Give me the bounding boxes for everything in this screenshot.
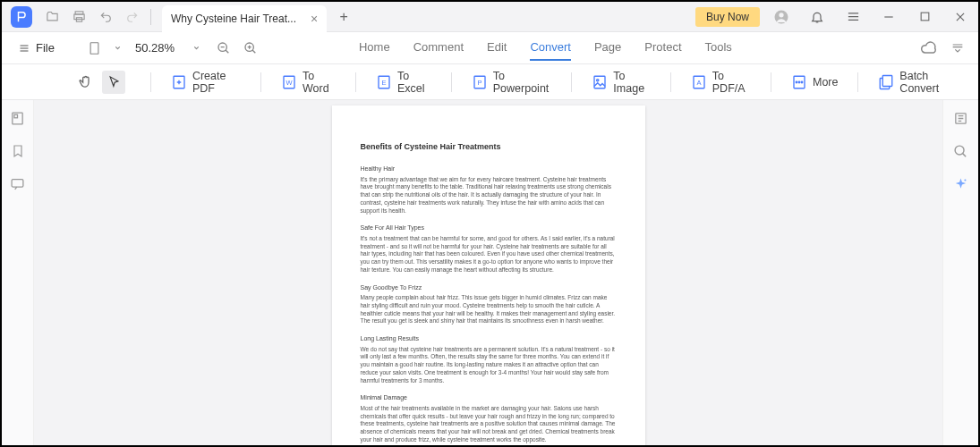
svg-point-4 bbox=[779, 13, 783, 17]
redo-icon[interactable] bbox=[120, 4, 145, 30]
menu-edit[interactable]: Edit bbox=[487, 35, 507, 61]
cloud-icon[interactable] bbox=[919, 38, 939, 58]
close-window-icon[interactable] bbox=[946, 4, 975, 30]
thumbnails-icon[interactable] bbox=[10, 111, 25, 126]
to-powerpoint-button[interactable]: PTo Powerpoint bbox=[463, 66, 561, 98]
search-icon[interactable] bbox=[953, 144, 968, 159]
document-title: Benefits of Cysteine Hair Treatments bbox=[361, 141, 617, 152]
svg-rect-1 bbox=[73, 14, 83, 20]
svg-point-17 bbox=[597, 79, 599, 80]
bookmarks-icon[interactable] bbox=[11, 144, 25, 158]
batch-convert-button[interactable]: Batch Convert bbox=[869, 66, 967, 98]
to-word-button[interactable]: WTo Word bbox=[272, 66, 345, 98]
more-button[interactable]: More bbox=[782, 71, 847, 94]
svg-rect-28 bbox=[12, 180, 23, 188]
section-heading: Long Lasting Results bbox=[361, 334, 617, 342]
properties-icon[interactable] bbox=[953, 111, 968, 126]
section-body: Most of the hair treatments available in… bbox=[361, 405, 617, 444]
print-icon[interactable] bbox=[66, 4, 91, 30]
document-tab[interactable]: Why Cysteine Hair Treat... × bbox=[162, 5, 327, 32]
maximize-icon[interactable] bbox=[910, 4, 939, 30]
svg-point-23 bbox=[801, 81, 803, 83]
hand-tool-icon[interactable] bbox=[73, 71, 97, 94]
new-tab-button[interactable]: + bbox=[332, 5, 355, 29]
menu-page[interactable]: Page bbox=[594, 35, 621, 61]
section-heading: Say Goodbye To Frizz bbox=[361, 283, 617, 291]
section-body: We do not say that cysteine hair treatme… bbox=[361, 346, 617, 385]
section-body: It's not a treatment that can be harmful… bbox=[361, 235, 617, 274]
file-label: File bbox=[36, 41, 55, 55]
create-pdf-button[interactable]: Create PDF bbox=[162, 66, 250, 98]
buy-now-button[interactable]: Buy Now bbox=[695, 7, 760, 27]
document-page: Benefits of Cysteine Hair Treatments Hea… bbox=[332, 105, 645, 445]
account-icon[interactable] bbox=[767, 4, 796, 30]
svg-rect-25 bbox=[883, 75, 893, 86]
document-canvas[interactable]: Benefits of Cysteine Hair Treatments Hea… bbox=[34, 100, 942, 445]
svg-point-22 bbox=[798, 81, 800, 83]
menu-tools[interactable]: Tools bbox=[705, 35, 732, 61]
file-menu-button[interactable]: File bbox=[13, 38, 60, 58]
zoom-value[interactable]: 50.28% bbox=[135, 41, 182, 55]
menu-protect[interactable]: Protect bbox=[644, 35, 681, 61]
undo-icon[interactable] bbox=[93, 4, 118, 30]
page-display-chevron-icon[interactable] bbox=[108, 38, 128, 58]
to-excel-button[interactable]: ETo Excel bbox=[367, 66, 440, 98]
zoom-in-icon[interactable] bbox=[241, 38, 260, 58]
open-file-icon[interactable] bbox=[39, 4, 64, 30]
svg-point-31 bbox=[964, 179, 966, 181]
svg-text:P: P bbox=[477, 79, 481, 87]
svg-text:E: E bbox=[381, 79, 386, 87]
svg-point-30 bbox=[955, 146, 964, 155]
svg-text:A: A bbox=[696, 79, 701, 87]
svg-text:W: W bbox=[285, 79, 293, 87]
hamburger-menu-icon[interactable] bbox=[839, 4, 867, 30]
page-display-icon[interactable] bbox=[85, 38, 105, 58]
section-heading: Minimal Damage bbox=[361, 393, 617, 401]
comments-panel-icon[interactable] bbox=[10, 176, 25, 191]
to-image-button[interactable]: To Image bbox=[583, 66, 660, 98]
select-tool-icon[interactable] bbox=[102, 71, 125, 94]
section-heading: Safe For All Hair Types bbox=[361, 224, 617, 232]
svg-point-21 bbox=[796, 81, 797, 83]
svg-rect-6 bbox=[91, 42, 99, 54]
panel-toggle-icon[interactable] bbox=[948, 38, 967, 58]
tab-title: Why Cysteine Hair Treat... bbox=[171, 13, 296, 25]
close-tab-icon[interactable]: × bbox=[311, 12, 318, 26]
to-pdfa-button[interactable]: ATo PDF/A bbox=[682, 66, 760, 98]
section-heading: Healthy Hair bbox=[361, 164, 617, 173]
menu-convert[interactable]: Convert bbox=[530, 35, 571, 61]
menu-home[interactable]: Home bbox=[359, 35, 390, 61]
zoom-out-icon[interactable] bbox=[214, 38, 234, 58]
section-body: It's the primary advantage that we aim f… bbox=[361, 176, 617, 215]
app-logo[interactable] bbox=[11, 6, 32, 28]
minimize-icon[interactable] bbox=[874, 4, 903, 30]
svg-rect-16 bbox=[594, 76, 605, 89]
notifications-icon[interactable] bbox=[803, 4, 831, 30]
svg-rect-27 bbox=[14, 114, 18, 118]
menu-comment[interactable]: Comment bbox=[413, 35, 464, 61]
zoom-chevron-icon[interactable] bbox=[187, 38, 207, 58]
svg-rect-5 bbox=[921, 13, 929, 21]
section-body: Many people complain about hair frizz. T… bbox=[361, 294, 617, 325]
ai-sparkle-icon[interactable] bbox=[953, 177, 968, 192]
